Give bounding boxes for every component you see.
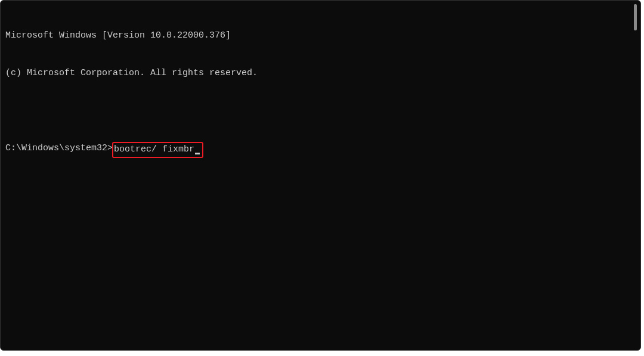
text-cursor bbox=[195, 153, 200, 154]
command-input[interactable]: bootrec/ fixmbr bbox=[114, 143, 194, 156]
blank-line bbox=[5, 104, 636, 117]
terminal-output-area[interactable]: Microsoft Windows [Version 10.0.22000.37… bbox=[1, 1, 640, 187]
command-prompt-line[interactable]: C:\Windows\system32>bootrec/ fixmbr bbox=[5, 142, 636, 158]
copyright-line: (c) Microsoft Corporation. All rights re… bbox=[5, 67, 636, 79]
scrollbar-thumb[interactable] bbox=[634, 4, 637, 30]
command-prompt-window[interactable]: Microsoft Windows [Version 10.0.22000.37… bbox=[0, 0, 641, 351]
command-highlight-box: bootrec/ fixmbr bbox=[112, 142, 203, 158]
prompt-path: C:\Windows\system32> bbox=[5, 142, 113, 154]
scrollbar-track[interactable] bbox=[633, 2, 639, 349]
version-line: Microsoft Windows [Version 10.0.22000.37… bbox=[5, 29, 636, 42]
